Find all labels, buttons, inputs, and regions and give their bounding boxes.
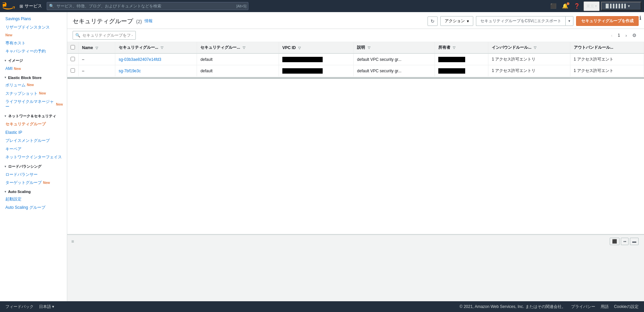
create-label: セキュリティグループを作成: [581, 18, 634, 23]
sidebar-item-lifecycle[interactable]: ライフサイクルマネージャー New: [0, 98, 67, 111]
table-body: – sg-03b3ae82407e14fd3 default default V…: [67, 53, 644, 77]
sidebar-item-savings-plans[interactable]: Savings Plans: [0, 15, 67, 23]
export-dropdown-button[interactable]: ▾: [565, 16, 573, 26]
redacted-owner: [438, 68, 465, 74]
sidebar-item-label: Auto Scaling グループ: [5, 205, 45, 210]
monitor-icon-button[interactable]: ⬛: [548, 2, 559, 10]
sort-icon: ▽: [243, 46, 245, 49]
row-checkbox[interactable]: [71, 68, 75, 73]
sidebar-item-elastic-ip[interactable]: Elastic IP: [0, 128, 67, 137]
sidebar-item-label: 起動設定: [5, 196, 22, 202]
triangle-icon: ▼: [4, 115, 7, 118]
sort-icon: ▽: [161, 46, 163, 49]
sidebar-item-reserved[interactable]: リザーブドインスタンス: [0, 23, 67, 32]
sidebar-item-label: ライフサイクルマネージャー: [5, 99, 54, 110]
col-sg-id-label: セキュリティグルー...: [119, 45, 158, 50]
sidebar-item-volumes[interactable]: ボリューム New: [0, 81, 67, 89]
chevron-down-icon: ▾: [595, 4, 597, 8]
apps-icon: ⊞: [19, 4, 23, 9]
bell-icon-button[interactable]: 🔔: [560, 2, 570, 10]
row-checkbox[interactable]: [71, 57, 75, 61]
sidebar-item-asg[interactable]: Auto Scaling グループ: [0, 203, 67, 212]
section-header-lb: ▼ ロードバランシング: [0, 161, 67, 170]
sidebar-item-snapshots[interactable]: スナップショット New: [0, 89, 67, 98]
select-all-checkbox[interactable]: [71, 45, 75, 49]
sidebar-item-ami[interactable]: AMI New: [0, 65, 67, 73]
export-button[interactable]: セキュリティグループをCSVにエクスポート: [476, 16, 565, 26]
sidebar-item-dedicated-host[interactable]: 専有ホスト: [0, 39, 67, 47]
sidebar-item-label: プレイスメントグループ: [5, 138, 50, 144]
table-settings-button[interactable]: ⚙: [630, 32, 639, 39]
table-row: – sg-03b3ae82407e14fd3 default default V…: [67, 53, 644, 65]
refresh-button[interactable]: ↻: [428, 16, 438, 26]
split-view-full-button[interactable]: ⬛: [610, 238, 619, 245]
filter-input[interactable]: [73, 31, 136, 40]
info-link[interactable]: 情報: [145, 18, 153, 24]
sort-icon: ▽: [534, 46, 536, 49]
section-label: ロードバランシング: [8, 164, 41, 169]
triangle-icon: ▼: [4, 59, 7, 62]
next-page-button[interactable]: ›: [623, 32, 629, 39]
prev-page-button[interactable]: ‹: [609, 32, 614, 39]
col-vpc: VPC ID ▽: [279, 42, 353, 53]
sidebar-item-launch-config[interactable]: 起動設定: [0, 195, 67, 203]
redacted-owner: [438, 57, 465, 62]
account-name: ▐▌▌▌▌▌▌▌: [604, 4, 627, 8]
info-corner-icon[interactable]: ℹ: [639, 15, 641, 21]
sidebar-item-security-groups[interactable]: セキュリティグループ: [0, 120, 67, 128]
row-vpc-id: [279, 53, 353, 65]
col-sg-name-label: セキュリティグルー...: [200, 45, 240, 50]
split-view-bottom-button[interactable]: ▬: [630, 238, 639, 245]
triangle-icon: ▼: [4, 190, 7, 193]
main-layout: Savings Plans リザーブドインスタンス New 専有ホスト キャパシ…: [0, 12, 644, 301]
sidebar-item-capacity[interactable]: キャパシティーの予約: [0, 47, 67, 55]
help-icon-button[interactable]: ❓: [572, 2, 582, 10]
table-area: Name ▽ セキュリティグルー... ▽ セキュリティグルー... ▽ V: [67, 42, 644, 234]
sidebar-item-target-groups[interactable]: ターゲットグループ New: [0, 179, 67, 187]
global-search-input[interactable]: [47, 2, 248, 10]
sort-icon: ▽: [298, 46, 301, 50]
row-name: –: [79, 65, 115, 77]
col-vpc-label: VPC ID: [282, 45, 296, 50]
sidebar-item-label: ロードバランサー: [5, 172, 38, 178]
export-label: セキュリティグループをCSVにエクスポート: [480, 18, 561, 23]
sidebar-item-keypairs[interactable]: キーペア: [0, 145, 67, 153]
row-sg-name: default: [197, 65, 279, 77]
sort-icon: ▽: [453, 46, 455, 49]
row-sg-id[interactable]: sg-7bf19e3c: [115, 65, 197, 77]
top-navigation: ⊞ サービス 🔍 [Alt+S] ⬛ 🔔 ❓ 東京 ▾ ▐▌▌▌▌▌▌▌ ▾: [0, 0, 644, 12]
redacted-vpc-id: [282, 68, 323, 74]
sidebar-item-network-interfaces[interactable]: ネットワークインターフェイス: [0, 153, 67, 161]
services-menu-button[interactable]: ⊞ サービス: [17, 2, 44, 10]
sidebar: Savings Plans リザーブドインスタンス New 専有ホスト キャパシ…: [0, 12, 67, 301]
row-sg-id[interactable]: sg-03b3ae82407e14fd3: [115, 53, 197, 65]
sidebar-item-label: 専有ホスト: [5, 40, 26, 46]
export-group: セキュリティグループをCSVにエクスポート ▾: [476, 16, 573, 26]
page-title-area: セキュリティグループ (2) 情報: [73, 17, 153, 25]
aws-logo: [3, 2, 15, 10]
section-label: Elastic Block Store: [8, 76, 42, 80]
nav-right-actions: ⬛ 🔔 ❓ 東京 ▾ ▐▌▌▌▌▌▌▌ ▾: [548, 1, 641, 11]
row-description: default VPC security gr...: [354, 65, 435, 77]
table-header-row: Name ▽ セキュリティグルー... ▽ セキュリティグルー... ▽ V: [67, 42, 644, 53]
region-selector[interactable]: 東京 ▾: [583, 1, 600, 11]
sidebar-item-load-balancer[interactable]: ロードバランサー: [0, 170, 67, 179]
section-header-network: ▼ ネットワーク＆セキュリティ: [0, 111, 67, 120]
page-actions: ↻ アクション ▾ セキュリティグループをCSVにエクスポート ▾ セキュリティ…: [428, 16, 639, 26]
actions-dropdown-button[interactable]: アクション ▾: [440, 16, 473, 26]
col-sg-id: セキュリティグルー... ▽: [115, 42, 197, 53]
split-panel-handle[interactable]: ≡: [70, 237, 75, 245]
row-owner: [435, 53, 488, 65]
sidebar-item-placement[interactable]: プレイスメントグループ: [0, 136, 67, 145]
pagination: ‹ 1 › ⚙: [609, 32, 639, 39]
col-sg-name: セキュリティグルー... ▽: [197, 42, 279, 53]
triangle-icon: ▼: [4, 165, 7, 168]
create-security-group-button[interactable]: セキュリティグループを作成: [576, 16, 639, 26]
row-checkbox-cell: [67, 65, 79, 77]
split-panel: ≡ ⬛ ▪▪ ▬: [67, 234, 644, 301]
sidebar-item-reserved-new: New: [0, 32, 67, 39]
split-view-side-button[interactable]: ▪▪: [621, 238, 629, 245]
sidebar-item-label: スナップショット: [5, 91, 38, 96]
account-menu[interactable]: ▐▌▌▌▌▌▌▌ ▾: [601, 2, 641, 10]
col-owner-label: 所有者: [438, 45, 450, 50]
